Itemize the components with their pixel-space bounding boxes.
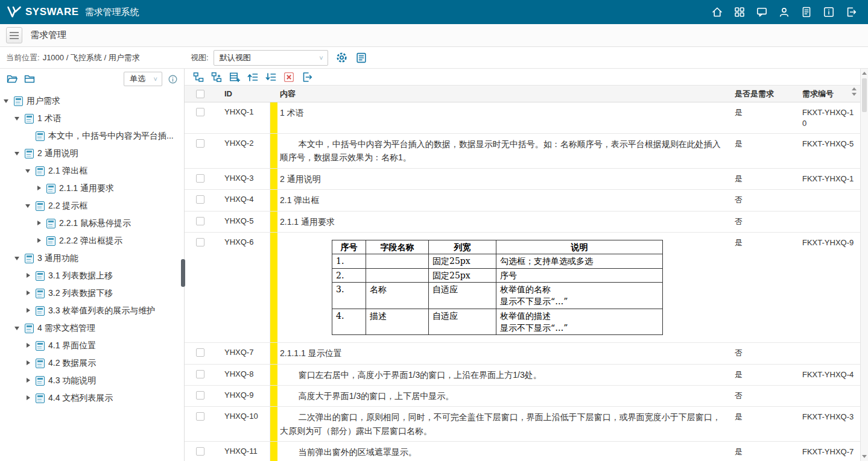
tree-toggle-icon[interactable] (14, 325, 21, 331)
tree-node-label: 用户需求 (27, 96, 60, 107)
move-up-icon[interactable] (246, 71, 259, 84)
row-checkbox[interactable] (196, 391, 204, 400)
table-row[interactable]: YHXQ-9高度大于界面1/3的窗口，上下居中显示。否 (185, 386, 860, 407)
table-row[interactable]: YHXQ-11 术语是FKXT-YHXQ-10 (185, 102, 860, 134)
tree-toggle-icon[interactable] (36, 237, 43, 244)
tree-item[interactable]: 3.1 列表数据上移 (0, 267, 184, 284)
tree-toggle-icon[interactable] (25, 360, 32, 366)
tree-toggle-icon[interactable] (25, 307, 32, 314)
tree-item[interactable]: 3 通用功能 (0, 249, 184, 267)
export-icon[interactable] (300, 71, 314, 84)
grid-scroll-buttons[interactable] (850, 87, 858, 96)
row-id: YHXQ-10 (216, 407, 270, 441)
tree-toggle-icon[interactable] (25, 202, 32, 209)
user-icon[interactable] (778, 6, 790, 18)
row-checkbox[interactable] (196, 108, 204, 116)
row-checkbox-cell (185, 134, 216, 168)
row-checkbox[interactable] (196, 217, 204, 225)
column-header-content[interactable]: 内容 (277, 86, 729, 102)
tree-toggle-icon[interactable] (14, 255, 21, 262)
select-mode-dropdown[interactable]: 单选 ˅ (124, 72, 162, 86)
tree-item[interactable]: 4.2 数据展示 (0, 354, 184, 372)
tree-item[interactable]: 2.1 弹出框 (0, 162, 184, 180)
row-checkbox[interactable] (196, 174, 204, 183)
scrollbar-up-icon[interactable] (861, 69, 868, 77)
message-icon[interactable] (756, 6, 768, 18)
tree-toggle-icon[interactable] (4, 98, 10, 104)
tree-info-icon[interactable] (168, 74, 178, 84)
row-checkbox[interactable] (196, 348, 204, 357)
add-row-icon[interactable] (228, 71, 241, 84)
row-checkbox[interactable] (196, 447, 204, 456)
row-checkbox[interactable] (196, 139, 204, 148)
column-header-is-requirement[interactable]: 是否是需求 (729, 86, 800, 102)
tree-item[interactable]: 4.3 功能说明 (0, 372, 184, 389)
collapse-all-folder-icon[interactable] (24, 73, 36, 85)
embedded-table-cell: 描述 (366, 309, 429, 335)
tree-toggle-icon[interactable] (25, 395, 32, 401)
table-row[interactable]: YHXQ-2本文中，中括号中内容为平台插入的数据，数据显示时无中括号。如：名称顺… (185, 134, 860, 169)
table-row[interactable]: YHXQ-6序号字段名称列宽说明1.固定25px勾选框；支持单选或多选2.固定2… (185, 233, 860, 343)
scroll-up-icon[interactable] (852, 87, 857, 90)
tree-item[interactable]: 4 需求文档管理 (0, 319, 184, 337)
delete-icon[interactable] (282, 71, 296, 84)
row-checkbox[interactable] (196, 412, 204, 421)
insert-peer-icon[interactable] (192, 71, 205, 84)
breadcrumb-path: J1000 / 飞控系统 / 用户需求 (43, 53, 140, 62)
document-edit-icon[interactable] (800, 6, 813, 18)
move-down-icon[interactable] (264, 71, 277, 84)
tree-toggle-icon[interactable] (25, 272, 32, 279)
logout-icon[interactable] (845, 6, 857, 18)
row-checkbox[interactable] (196, 370, 204, 378)
sidebar-splitter-handle[interactable] (181, 259, 185, 287)
tree-item[interactable]: 3.2 列表数据下移 (0, 284, 184, 302)
info-icon[interactable] (823, 6, 835, 18)
hamburger-menu-button[interactable] (6, 27, 22, 43)
row-checkbox[interactable] (196, 238, 204, 246)
tree-item[interactable]: 2.1.1 通用要求 (0, 180, 184, 197)
tree-toggle-icon[interactable] (14, 115, 21, 122)
apps-grid-icon[interactable] (733, 6, 746, 18)
tree-toggle-icon[interactable] (25, 342, 32, 349)
main-panel: ID 内容 是否是需求 需求编号 YHXQ-11 术语是FKXT-YHXQ-10… (185, 69, 860, 461)
scrollbar-thumb[interactable] (862, 78, 867, 112)
table-row[interactable]: YHXQ-32 通用说明是FKXT-YHXQ-1 (185, 169, 860, 190)
tree-toggle-icon[interactable] (36, 185, 43, 192)
expand-all-folder-icon[interactable] (6, 73, 18, 85)
table-row[interactable]: YHXQ-11当前弹出窗外的区域遮罩显示。是FKXT-YHXQ-7 (185, 442, 860, 461)
scroll-down-icon[interactable] (852, 93, 857, 96)
column-header-id[interactable]: ID (216, 86, 270, 102)
table-row[interactable]: YHXQ-52.1.1 通用要求否 (185, 212, 860, 233)
tree-item[interactable]: 本文中，中括号中内容为平台插... (0, 127, 184, 145)
tree-node-label: 2.2 提示框 (48, 201, 87, 212)
insert-child-icon[interactable] (210, 71, 223, 84)
row-content-text: 窗口左右居中，高度小于界面1/3的窗口，上沿在界面上方1/3处。 (280, 368, 721, 381)
scrollbar-down-icon[interactable] (861, 453, 868, 460)
tree-item[interactable]: 3.3 枚举值列表的展示与维护 (0, 302, 184, 319)
row-checkbox[interactable] (196, 195, 204, 204)
tree-item[interactable]: 4.4 文档列表展示 (0, 389, 184, 407)
home-icon[interactable] (711, 6, 723, 18)
tree-toggle-icon[interactable] (25, 290, 32, 296)
report-list-icon[interactable] (355, 52, 367, 64)
table-row[interactable]: YHXQ-42.1 弹出框否 (185, 190, 860, 211)
tree-toggle-icon[interactable] (25, 377, 32, 384)
app-root: SYSWARE 需求管理系统 (0, 0, 868, 461)
table-row[interactable]: YHXQ-72.1.1.1 显示位置否 (185, 343, 860, 364)
tree-toggle-icon[interactable] (25, 168, 32, 174)
settings-gear-icon[interactable] (335, 51, 348, 64)
vertical-scrollbar[interactable] (860, 69, 868, 461)
tree-toggle-icon[interactable] (14, 150, 21, 157)
table-row[interactable]: YHXQ-10二次弹出的窗口，原则相同，同时，不可完全盖住下层窗口，界面上沿低于… (185, 407, 860, 442)
tree-item[interactable]: 2 通用说明 (0, 145, 184, 162)
view-select[interactable]: 默认视图 ˅ (214, 50, 328, 66)
tree-item[interactable]: 2.2 提示框 (0, 197, 184, 215)
tree-item[interactable]: 2.2.2 弹出框提示 (0, 232, 184, 249)
table-row[interactable]: YHXQ-8窗口左右居中，高度小于界面1/3的窗口，上沿在界面上方1/3处。是F… (185, 365, 860, 386)
select-all-checkbox[interactable] (196, 90, 204, 98)
tree-item[interactable]: 4.1 界面位置 (0, 337, 184, 354)
tree-item[interactable]: 2.2.1 鼠标悬停提示 (0, 215, 184, 232)
tree-item[interactable]: 用户需求 (0, 92, 184, 110)
tree-toggle-icon[interactable] (36, 220, 43, 227)
tree-item[interactable]: 1 术语 (0, 110, 184, 127)
